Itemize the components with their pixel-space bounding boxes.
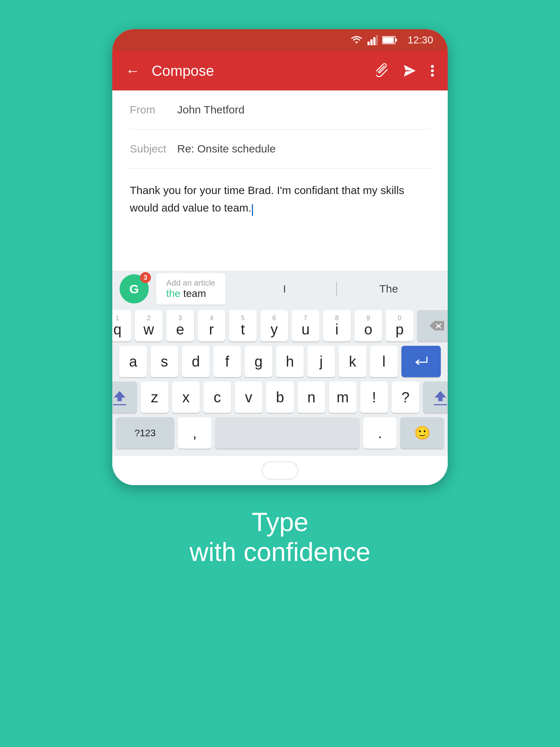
grammarly-letter: G (129, 282, 139, 296)
key-a[interactable]: a (119, 346, 147, 377)
svg-marker-15 (435, 391, 446, 401)
key-l[interactable]: l (370, 346, 398, 377)
key-w[interactable]: 2w (135, 310, 163, 341)
key-question[interactable]: ? (392, 382, 419, 413)
svg-rect-4 (376, 35, 378, 45)
key-t[interactable]: 5t (229, 310, 257, 341)
compose-body-text: Thank you for your time Brad. I'm confid… (130, 184, 404, 214)
status-bar: 12:30 (112, 29, 448, 51)
backspace-key[interactable] (417, 310, 448, 341)
from-value: John Thetford (177, 104, 245, 116)
key-h[interactable]: h (276, 346, 304, 377)
key-b[interactable]: b (266, 382, 294, 413)
chip-label: Add an article (166, 278, 215, 288)
subject-value: Re: Onsite schedule (177, 143, 276, 155)
suggestion-bar: G 3 Add an article the team I The (112, 271, 448, 307)
suggestion-word-2[interactable]: The (337, 279, 440, 299)
grammarly-badge[interactable]: G 3 (120, 274, 149, 303)
subject-label: Subject (130, 143, 177, 155)
chip-highlighted: the (166, 288, 180, 299)
key-k[interactable]: k (339, 346, 366, 377)
key-n[interactable]: n (298, 382, 325, 413)
numbers-label: ?123 (135, 428, 156, 438)
attach-icon[interactable] (376, 63, 389, 78)
svg-rect-3 (373, 37, 376, 45)
space-key[interactable] (215, 417, 359, 449)
svg-marker-0 (355, 42, 358, 44)
suggestion-chip[interactable]: Add an article the team (156, 273, 226, 305)
key-f[interactable]: f (213, 346, 241, 377)
wifi-icon (350, 35, 363, 45)
keyboard: 1q 2w 3e 4r 5t 6y 7u 8i 9o 0p (112, 307, 448, 456)
chip-rest: team (180, 288, 206, 299)
home-button[interactable] (262, 461, 298, 480)
emoji-label: 🙂 (414, 425, 431, 441)
battery-icon (382, 36, 397, 44)
key-v[interactable]: v (235, 382, 262, 413)
key-j[interactable]: j (307, 346, 335, 377)
keyboard-row-3: z x c v b n m ! ? (112, 382, 448, 413)
page-background: 12:30 ← Compose (0, 0, 560, 747)
key-x[interactable]: x (172, 382, 200, 413)
shift-right-key[interactable] (423, 382, 448, 413)
toolbar-actions (376, 63, 435, 78)
svg-rect-1 (368, 42, 370, 45)
svg-marker-14 (114, 391, 125, 401)
compose-body[interactable]: Thank you for your time Brad. I'm confid… (130, 169, 430, 271)
keyboard-bottom-row: ?123 , . 🙂 (112, 417, 448, 449)
enter-icon (414, 356, 428, 367)
back-button[interactable]: ← (125, 63, 140, 79)
key-p[interactable]: 0p (386, 310, 413, 341)
keyboard-row-2: a s d f g h j k l (112, 346, 448, 377)
svg-point-9 (431, 65, 434, 68)
key-i[interactable]: 8i (323, 310, 351, 341)
svg-point-10 (431, 69, 434, 72)
enter-key[interactable] (401, 346, 441, 377)
shift-icon (113, 390, 126, 403)
period-key[interactable]: . (363, 417, 397, 449)
key-d[interactable]: d (182, 346, 210, 377)
numbers-key[interactable]: ?123 (116, 417, 174, 449)
home-button-area (112, 456, 448, 485)
key-exclaim[interactable]: ! (360, 382, 388, 413)
key-y[interactable]: 6y (260, 310, 288, 341)
shift-line (113, 404, 126, 405)
key-z[interactable]: z (141, 382, 168, 413)
svg-rect-6 (395, 39, 397, 42)
comma-key[interactable]: , (178, 417, 211, 449)
key-g[interactable]: g (245, 346, 272, 377)
key-e[interactable]: 3e (166, 310, 194, 341)
key-m[interactable]: m (329, 382, 357, 413)
keyboard-area: G 3 Add an article the team I The (112, 271, 448, 485)
svg-marker-8 (404, 65, 416, 77)
word-suggestions: I The (233, 279, 440, 299)
svg-point-11 (431, 74, 434, 77)
shift-left-key[interactable] (112, 382, 137, 413)
key-s[interactable]: s (151, 346, 178, 377)
key-r[interactable]: 4r (198, 310, 225, 341)
app-toolbar: ← Compose (112, 51, 448, 90)
keyboard-row-1: 1q 2w 3e 4r 5t 6y 7u 8i 9o 0p (112, 310, 448, 341)
suggestion-word-1[interactable]: I (233, 279, 337, 299)
compose-area: From John Thetford Subject Re: Onsite sc… (112, 90, 448, 271)
badge-count: 3 (140, 272, 151, 283)
key-o[interactable]: 9o (354, 310, 382, 341)
bottom-text-line2: with confidence (190, 537, 370, 567)
toolbar-title: Compose (152, 63, 376, 79)
from-label: From (130, 104, 177, 116)
subject-field: Subject Re: Onsite schedule (130, 129, 430, 169)
key-u[interactable]: 7u (292, 310, 319, 341)
bottom-text: Type with confidence (190, 507, 370, 567)
bottom-text-line1: Type (190, 507, 370, 537)
signal-icon (368, 35, 378, 45)
key-q[interactable]: 1q (112, 310, 131, 341)
more-icon[interactable] (430, 63, 435, 78)
shift-right-line (434, 404, 447, 405)
send-icon[interactable] (402, 63, 417, 78)
emoji-key[interactable]: 🙂 (400, 417, 444, 449)
shift-right-icon (434, 390, 447, 403)
period-label: . (378, 426, 382, 440)
svg-rect-7 (383, 37, 394, 43)
svg-rect-2 (370, 39, 373, 45)
key-c[interactable]: c (203, 382, 231, 413)
